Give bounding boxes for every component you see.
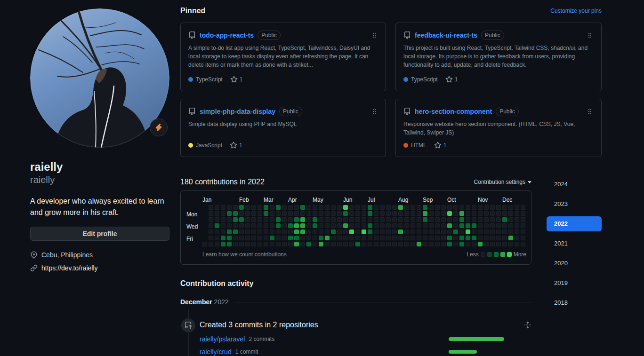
contribution-cell[interactable] [447, 217, 452, 222]
year-item-2020[interactable]: 2020 [547, 256, 602, 271]
contribution-cell[interactable] [386, 229, 391, 234]
contribution-cell[interactable] [521, 211, 525, 216]
year-item-2024[interactable]: 2024 [547, 177, 602, 192]
contribution-cell[interactable] [221, 242, 225, 246]
contribution-cell[interactable] [478, 223, 483, 228]
contribution-cell[interactable] [398, 211, 403, 216]
contribution-cell[interactable] [276, 205, 281, 210]
contribution-cell[interactable] [288, 217, 293, 222]
contribution-cell[interactable] [325, 211, 330, 216]
contribution-cell[interactable] [472, 229, 476, 234]
contribution-cell[interactable] [233, 242, 238, 246]
contribution-cell[interactable] [233, 236, 238, 240]
contribution-cell[interactable] [466, 236, 470, 240]
contribution-cell[interactable] [411, 211, 415, 216]
contribution-cell[interactable] [294, 205, 299, 210]
contribution-cell[interactable] [306, 242, 311, 246]
contribution-cell[interactable] [380, 236, 385, 240]
contribution-cell[interactable] [466, 242, 470, 246]
contribution-cell[interactable] [306, 211, 311, 216]
contribution-cell[interactable] [319, 236, 323, 240]
contribution-cell[interactable] [508, 205, 513, 210]
contribution-cell[interactable] [447, 223, 452, 228]
contribution-cell[interactable] [300, 223, 305, 228]
contribution-cell[interactable] [258, 205, 262, 210]
contribution-cell[interactable] [355, 205, 360, 210]
contribution-cell[interactable] [435, 229, 440, 234]
contribution-cell[interactable] [453, 211, 458, 216]
year-item-2018[interactable]: 2018 [547, 295, 602, 310]
contribution-cell[interactable] [411, 229, 415, 234]
contribution-cell[interactable] [245, 229, 250, 234]
contribution-cell[interactable] [343, 217, 348, 222]
contribution-cell[interactable] [423, 236, 427, 240]
edit-profile-button[interactable]: Edit profile [30, 227, 169, 241]
contribution-cell[interactable] [251, 242, 256, 246]
contribution-cell[interactable] [441, 242, 446, 246]
contribution-cell[interactable] [355, 217, 360, 222]
contribution-cell[interactable] [258, 229, 262, 234]
contribution-settings-dropdown[interactable]: Contribution settings [474, 179, 531, 185]
contribution-cell[interactable] [374, 242, 378, 246]
contribution-cell[interactable] [233, 223, 238, 228]
contribution-cell[interactable] [417, 211, 421, 216]
contribution-cell[interactable] [331, 242, 336, 246]
contribution-cell[interactable] [453, 229, 458, 234]
contribution-cell[interactable] [313, 242, 317, 246]
contribution-cell[interactable] [319, 223, 323, 228]
contribution-cell[interactable] [294, 223, 299, 228]
contribution-cell[interactable] [472, 211, 476, 216]
contribution-cell[interactable] [288, 223, 293, 228]
contribution-cell[interactable] [202, 242, 207, 246]
contribution-cell[interactable] [233, 205, 238, 210]
contribution-cell[interactable] [490, 236, 495, 240]
contribution-cell[interactable] [239, 217, 244, 222]
contribution-cell[interactable] [478, 229, 483, 234]
contribution-cell[interactable] [411, 242, 415, 246]
contribution-cell[interactable] [343, 242, 348, 246]
contribution-cell[interactable] [276, 217, 281, 222]
contribution-cell[interactable] [521, 217, 525, 222]
contribution-cell[interactable] [362, 211, 366, 216]
contribution-cell[interactable] [343, 205, 348, 210]
contribution-cell[interactable] [502, 242, 507, 246]
contribution-cell[interactable] [453, 242, 458, 246]
commit-repo-link[interactable]: raielly/crud [200, 348, 232, 356]
contribution-cell[interactable] [264, 242, 268, 246]
contribution-cell[interactable] [502, 217, 507, 222]
contribution-cell[interactable] [404, 236, 409, 240]
contribution-cell[interactable] [282, 205, 287, 210]
contribution-cell[interactable] [227, 217, 232, 222]
contribution-cell[interactable] [459, 205, 464, 210]
contribution-cell[interactable] [392, 242, 397, 246]
contribution-cell[interactable] [392, 217, 397, 222]
grabber-icon[interactable] [586, 32, 594, 39]
contribution-cell[interactable] [288, 211, 293, 216]
contribution-cell[interactable] [380, 205, 385, 210]
contribution-cell[interactable] [398, 236, 403, 240]
contribution-cell[interactable] [411, 236, 415, 240]
contribution-cell[interactable] [386, 211, 391, 216]
contribution-cell[interactable] [441, 211, 446, 216]
contribution-cell[interactable] [484, 217, 489, 222]
contribution-cell[interactable] [521, 242, 525, 246]
contribution-cell[interactable] [276, 211, 281, 216]
contribution-cell[interactable] [441, 236, 446, 240]
contribution-cell[interactable] [343, 229, 348, 234]
contribution-cell[interactable] [331, 217, 336, 222]
contribution-cell[interactable] [251, 223, 256, 228]
contribution-cell[interactable] [472, 242, 476, 246]
contribution-cell[interactable] [429, 236, 434, 240]
contribution-cell[interactable] [368, 236, 372, 240]
contribution-cell[interactable] [453, 223, 458, 228]
contribution-cell[interactable] [380, 223, 385, 228]
contribution-cell[interactable] [251, 217, 256, 222]
contribution-cell[interactable] [496, 223, 501, 228]
star-count-link[interactable]: 1 [434, 142, 447, 149]
contribution-cell[interactable] [368, 205, 372, 210]
contribution-cell[interactable] [362, 223, 366, 228]
contribution-cell[interactable] [251, 211, 256, 216]
contribution-cell[interactable] [490, 229, 495, 234]
contribution-cell[interactable] [368, 229, 372, 234]
contribution-cell[interactable] [368, 217, 372, 222]
